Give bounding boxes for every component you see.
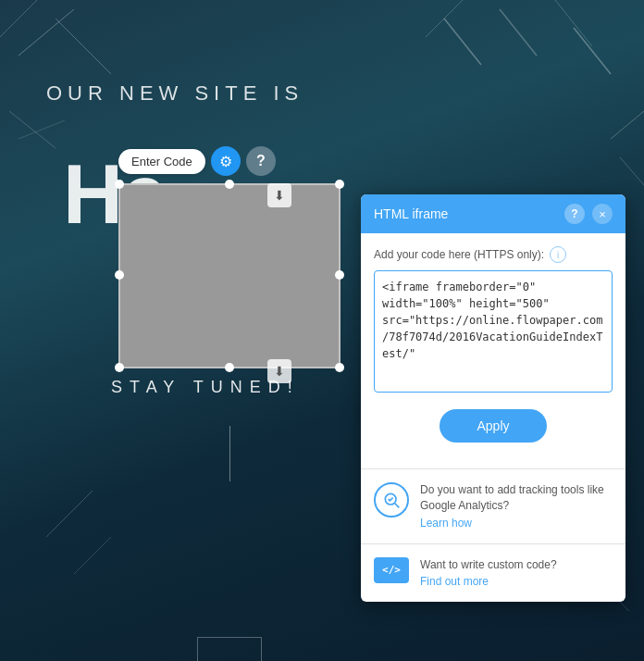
panel-label: Add your code here (HTTPS only): i (374, 246, 613, 263)
svg-line-8 (9, 111, 56, 148)
analytics-description: Do you want to add tracking tools like G… (420, 482, 613, 514)
handle-bottom-right[interactable] (335, 363, 344, 372)
analytics-icon (374, 482, 409, 518)
handle-bottom-middle[interactable] (225, 363, 234, 372)
svg-line-4 (500, 9, 537, 56)
panel-close-button[interactable]: × (592, 204, 613, 224)
svg-line-12 (46, 491, 93, 537)
svg-line-3 (444, 19, 481, 65)
iframe-placeholder (118, 183, 341, 368)
handle-middle-left[interactable] (115, 270, 124, 280)
help-icon[interactable]: ? (246, 146, 276, 176)
handle-bottom-left[interactable] (115, 363, 124, 372)
panel-help-icon[interactable]: ? (564, 204, 585, 224)
find-out-more-link[interactable]: Find out more (420, 575, 489, 588)
svg-line-6 (574, 28, 611, 74)
svg-line-1 (56, 19, 111, 74)
handle-top-right[interactable] (335, 180, 344, 189)
svg-line-5 (555, 0, 592, 46)
svg-line-2 (0, 0, 37, 37)
handle-top-middle[interactable] (225, 180, 234, 189)
panel-label-text: Add your code here (HTTPS only): (374, 248, 544, 261)
svg-line-17 (395, 504, 400, 508)
learn-how-link[interactable]: Learn how (420, 517, 472, 530)
info-icon[interactable]: i (550, 246, 566, 263)
handle-top-left[interactable] (115, 180, 124, 189)
analytics-text: Do you want to add tracking tools like G… (420, 482, 613, 530)
bg-title: OUR NEW SITE IS (46, 81, 303, 106)
toolbar: Enter Code ⚙ ? (118, 146, 276, 176)
enter-code-button[interactable]: Enter Code (118, 149, 205, 174)
code-textarea[interactable]: <iframe frameborder="0" width="100%" hei… (374, 270, 613, 393)
html-iframe-panel: HTML iframe ? × Add your code here (HTTP… (361, 194, 625, 602)
analytics-row: Do you want to add tracking tools like G… (361, 469, 625, 543)
svg-line-13 (74, 537, 111, 574)
decorative-line (229, 426, 230, 481)
gear-icon[interactable]: ⚙ (211, 146, 241, 176)
custom-code-row: </> Want to write custom code? Find out … (361, 544, 625, 603)
svg-line-7 (426, 0, 463, 37)
panel-body: Add your code here (HTTPS only): i <ifra… (361, 233, 625, 468)
svg-line-9 (19, 120, 65, 139)
custom-code-text: Want to write custom code? Find out more (420, 557, 613, 590)
handle-middle-right[interactable] (335, 270, 344, 280)
download-icon-top[interactable]: ⬇ (267, 183, 291, 207)
svg-line-11 (620, 157, 644, 185)
custom-code-description: Want to write custom code? (420, 557, 613, 573)
download-icon-bottom[interactable]: ⬇ (267, 359, 291, 383)
decorative-rect (197, 637, 262, 661)
apply-button[interactable]: Apply (440, 409, 546, 443)
svg-line-10 (611, 111, 644, 139)
panel-header-icons: ? × (564, 204, 613, 224)
svg-line-0 (19, 9, 74, 56)
panel-title: HTML iframe (374, 206, 564, 221)
code-icon: </> (374, 557, 409, 583)
panel-header: HTML iframe ? × (361, 194, 625, 233)
